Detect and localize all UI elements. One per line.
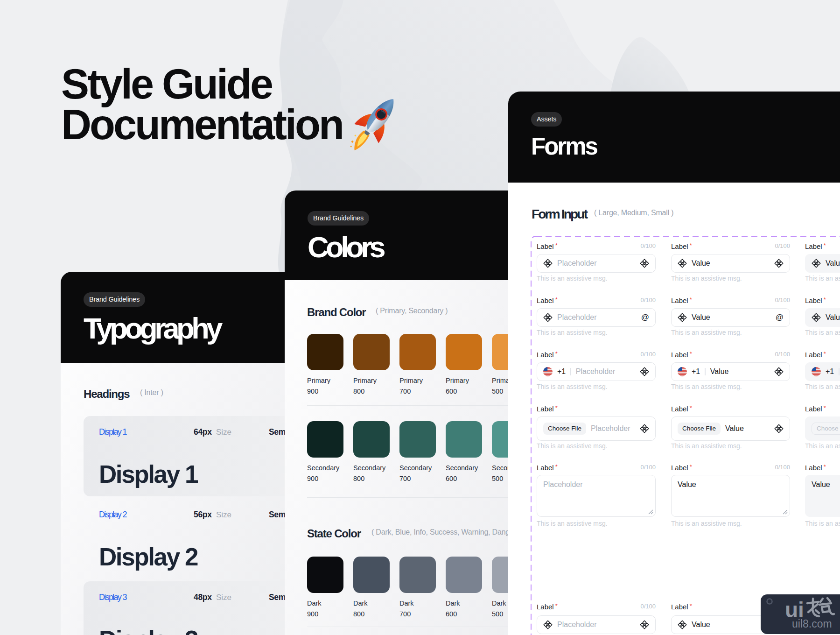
svg-text:uil8.com: uil8.com xyxy=(792,618,832,630)
